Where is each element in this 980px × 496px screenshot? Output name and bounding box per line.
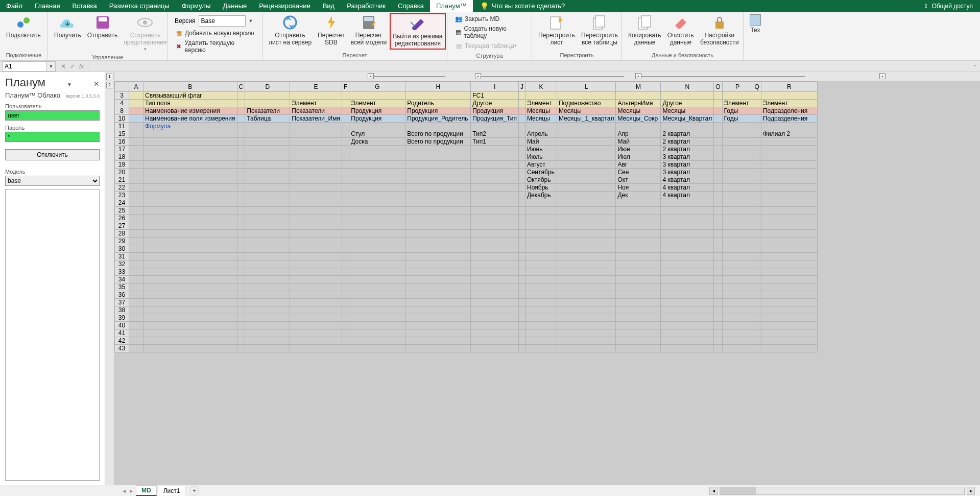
cell-M16[interactable]: Май — [616, 138, 661, 146]
row-header-11[interactable]: 11 — [115, 123, 129, 130]
cell-M39[interactable] — [616, 314, 661, 322]
cell-P21[interactable] — [722, 176, 753, 184]
cell-N4[interactable]: Другое — [661, 100, 714, 107]
row-header-30[interactable]: 30 — [115, 245, 129, 253]
cell-Q20[interactable] — [753, 169, 761, 176]
cell-F15[interactable] — [342, 130, 349, 138]
cancel-formula-icon[interactable]: ✕ — [61, 63, 66, 70]
cell-G32[interactable] — [349, 261, 405, 268]
col-header-K[interactable]: K — [525, 82, 557, 92]
cell-C24[interactable] — [237, 199, 245, 207]
cell-L10[interactable]: Месяцы_1_квартал — [557, 115, 615, 123]
cell-H24[interactable] — [405, 199, 471, 207]
cell-H26[interactable] — [405, 215, 471, 222]
cell-J21[interactable] — [518, 176, 525, 184]
cell-G16[interactable]: Доска — [349, 138, 405, 146]
cell-E30[interactable] — [290, 245, 342, 253]
cell-Q4[interactable] — [753, 100, 761, 107]
cell-B32[interactable] — [144, 261, 237, 268]
cell-D29[interactable] — [245, 238, 290, 245]
cell-A18[interactable] — [129, 153, 144, 161]
row-header-15[interactable]: 15 — [115, 130, 129, 138]
sheet-tab-sheet1[interactable]: Лист1 — [158, 486, 186, 495]
cell-B19[interactable] — [144, 161, 237, 169]
cell-I33[interactable] — [471, 268, 519, 276]
cell-A23[interactable] — [129, 192, 144, 199]
tab-insert[interactable]: Вставка — [66, 0, 103, 12]
cell-L34[interactable] — [557, 276, 615, 284]
col-header-Q[interactable]: Q — [753, 82, 761, 92]
outline-level-2[interactable]: 2 — [106, 82, 113, 88]
row-header-4[interactable]: 4 — [115, 100, 129, 107]
cell-N40[interactable] — [661, 322, 714, 329]
cell-B26[interactable] — [144, 215, 237, 222]
cell-O26[interactable] — [714, 215, 722, 222]
cell-M36[interactable] — [616, 291, 661, 299]
cell-B39[interactable] — [144, 314, 237, 322]
row-outline-gutter[interactable]: 1 2 — [105, 72, 114, 485]
cell-M20[interactable]: Сен — [616, 169, 661, 176]
cell-F33[interactable] — [342, 268, 349, 276]
cell-O43[interactable] — [714, 345, 722, 352]
cell-P3[interactable] — [722, 92, 753, 100]
cell-K30[interactable] — [525, 245, 557, 253]
delete-version-button[interactable]: ✖ Удалить текущую версию — [173, 39, 257, 55]
row-header-33[interactable]: 33 — [115, 268, 129, 276]
cell-D18[interactable] — [245, 153, 290, 161]
cell-B24[interactable] — [144, 199, 237, 207]
cell-C8[interactable] — [237, 107, 245, 115]
cell-B36[interactable] — [144, 291, 237, 299]
cell-C35[interactable] — [237, 284, 245, 291]
send-sheet-button[interactable]: Отправить лист на сервер — [266, 13, 315, 48]
cell-K32[interactable] — [525, 261, 557, 268]
cell-A3[interactable] — [129, 92, 144, 100]
cell-J31[interactable] — [518, 253, 525, 261]
cell-B23[interactable] — [144, 192, 237, 199]
cell-F32[interactable] — [342, 261, 349, 268]
cell-R3[interactable] — [761, 92, 817, 100]
cell-H40[interactable] — [405, 322, 471, 329]
cell-F31[interactable] — [342, 253, 349, 261]
col-header-N[interactable]: N — [661, 82, 714, 92]
cell-J22[interactable] — [518, 184, 525, 192]
cell-M27[interactable] — [616, 222, 661, 230]
cell-Q10[interactable] — [753, 115, 761, 123]
cell-H38[interactable] — [405, 306, 471, 314]
cell-F30[interactable] — [342, 245, 349, 253]
recalc-sdb-button[interactable]: Пересчет SDB — [315, 13, 348, 48]
cell-J8[interactable] — [518, 107, 525, 115]
cell-H33[interactable] — [405, 268, 471, 276]
cell-M31[interactable] — [616, 253, 661, 261]
cell-E11[interactable] — [290, 123, 342, 130]
cell-M10[interactable]: Месяцы_Сокр — [616, 115, 661, 123]
cell-L30[interactable] — [557, 245, 615, 253]
rebuild-all-button[interactable]: Перестроить все таблицы — [578, 13, 621, 48]
cell-N41[interactable] — [661, 329, 714, 337]
cell-J3[interactable] — [518, 92, 525, 100]
cell-C20[interactable] — [237, 169, 245, 176]
cell-C10[interactable] — [237, 115, 245, 123]
cell-M42[interactable] — [616, 337, 661, 345]
cell-O19[interactable] — [714, 161, 722, 169]
cell-F41[interactable] — [342, 329, 349, 337]
cell-B33[interactable] — [144, 268, 237, 276]
cell-G31[interactable] — [349, 253, 405, 261]
cell-D31[interactable] — [245, 253, 290, 261]
cell-K27[interactable] — [525, 222, 557, 230]
security-button[interactable]: Настройки безопасности — [697, 13, 742, 48]
cell-P24[interactable] — [722, 199, 753, 207]
cell-E28[interactable] — [290, 230, 342, 238]
version-select[interactable] — [199, 15, 246, 27]
row-header-19[interactable]: 19 — [115, 161, 129, 169]
cell-N17[interactable]: 2 квартал — [661, 146, 714, 153]
cell-F11[interactable] — [342, 123, 349, 130]
cell-H3[interactable] — [405, 92, 471, 100]
cell-J39[interactable] — [518, 314, 525, 322]
cell-O4[interactable] — [714, 100, 722, 107]
cell-J29[interactable] — [518, 238, 525, 245]
cell-L16[interactable] — [557, 138, 615, 146]
cell-F22[interactable] — [342, 184, 349, 192]
cell-G42[interactable] — [349, 337, 405, 345]
cell-I29[interactable] — [471, 238, 519, 245]
cell-L42[interactable] — [557, 337, 615, 345]
